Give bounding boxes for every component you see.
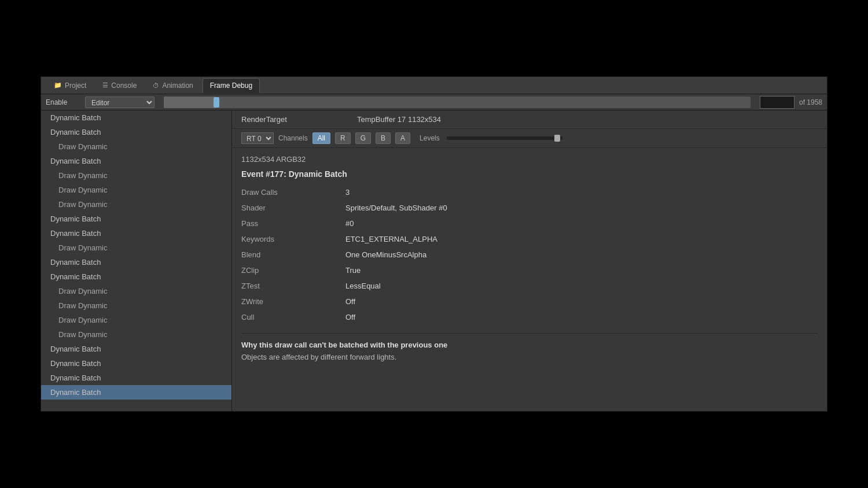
info-key-drawcalls: Draw Calls — [241, 187, 345, 198]
render-target-header: RenderTarget TempBuffer 17 1132x534 — [232, 110, 827, 129]
list-item[interactable]: Draw Dynamic — [41, 284, 231, 298]
channel-btn-g[interactable]: G — [355, 132, 371, 144]
tab-console-label: Console — [111, 82, 137, 90]
info-key-zclip: ZClip — [241, 265, 345, 276]
list-item[interactable]: Draw Dynamic — [41, 241, 231, 255]
warning-section: Why this draw call can't be batched with… — [241, 333, 818, 361]
info-val-blend: One OneMinusSrcAlpha — [345, 249, 818, 260]
render-target-label: RenderTarget — [241, 115, 357, 124]
outer-wrapper: 📁 Project ☰ Console ⏱ Animation Frame De… — [0, 0, 868, 488]
frame-input[interactable]: 177 — [760, 96, 795, 109]
channel-btn-r[interactable]: R — [335, 132, 351, 144]
tab-project-label: Project — [65, 82, 86, 90]
info-val-drawcalls: 3 — [345, 187, 818, 198]
list-item[interactable]: Draw Dynamic — [41, 313, 231, 327]
tab-bar: 📁 Project ☰ Console ⏱ Animation Frame De… — [41, 77, 827, 94]
list-item[interactable]: Draw Dynamic — [41, 168, 231, 183]
list-item-selected[interactable]: Dynamic Batch — [41, 385, 231, 400]
info-val-cull: Off — [345, 312, 818, 323]
info-section: 1132x534 ARGB32 Event #177: Dynamic Batc… — [232, 148, 827, 411]
channel-controls: RT 0 Channels All R G B A Levels — [232, 129, 827, 148]
info-key-cull: Cull — [241, 312, 345, 323]
tab-console[interactable]: ☰ Console — [95, 78, 144, 93]
toolbar: Enable Editor 177 of 1958 — [41, 94, 827, 110]
list-item[interactable]: Draw Dynamic — [41, 327, 231, 342]
info-key-ztest: ZTest — [241, 280, 345, 291]
timeline-container[interactable] — [164, 97, 751, 108]
info-val-zwrite: Off — [345, 296, 818, 307]
list-item[interactable]: Dynamic Batch — [41, 269, 231, 284]
event-title: Event #177: Dynamic Batch — [241, 169, 818, 179]
warning-title: Why this draw call can't be batched with… — [241, 341, 818, 349]
channel-btn-a[interactable]: A — [395, 132, 410, 144]
list-item[interactable]: Dynamic Batch — [41, 212, 231, 226]
editor-window: 📁 Project ☰ Console ⏱ Animation Frame De… — [41, 76, 827, 412]
channel-btn-all[interactable]: All — [312, 132, 330, 144]
list-item[interactable]: Draw Dynamic — [41, 298, 231, 313]
info-key-pass: Pass — [241, 218, 345, 229]
timeline-thumb[interactable] — [214, 97, 219, 108]
list-item[interactable]: Dynamic Batch — [41, 110, 231, 125]
warning-text: Objects are affected by different forwar… — [241, 353, 818, 361]
render-target-value: TempBuffer 17 1132x534 — [357, 115, 441, 124]
list-item[interactable]: Dynamic Batch — [41, 154, 231, 168]
tab-framedebug[interactable]: Frame Debug — [203, 78, 260, 93]
info-key-shader: Shader — [241, 202, 345, 213]
info-val-pass: #0 — [345, 218, 818, 229]
info-val-zclip: True — [345, 265, 818, 276]
list-item[interactable]: Dynamic Batch — [41, 226, 231, 241]
list-item[interactable]: Draw Dynamic — [41, 139, 231, 154]
info-val-ztest: LessEqual — [345, 280, 818, 291]
enable-label: Enable — [46, 98, 80, 106]
list-item[interactable]: Dynamic Batch — [41, 342, 231, 356]
levels-slider[interactable] — [447, 136, 562, 140]
rt-selector: RT 0 — [241, 132, 274, 144]
main-content: Dynamic Batch Dynamic Batch Draw Dynamic… — [41, 110, 827, 411]
levels-label: Levels — [420, 134, 440, 142]
channels-label: Channels — [278, 134, 308, 142]
animation-icon: ⏱ — [153, 82, 159, 89]
info-key-keywords: Keywords — [241, 234, 345, 245]
console-icon: ☰ — [102, 82, 108, 89]
editor-select[interactable]: Editor — [85, 97, 155, 108]
list-item[interactable]: Dynamic Batch — [41, 125, 231, 139]
channel-btn-b[interactable]: B — [376, 132, 391, 144]
list-item[interactable]: Dynamic Batch — [41, 255, 231, 269]
list-item[interactable]: Draw Dynamic — [41, 183, 231, 197]
info-val-shader: Sprites/Default, SubShader #0 — [345, 202, 818, 213]
list-item[interactable]: Draw Dynamic — [41, 197, 231, 212]
list-item[interactable]: Dynamic Batch — [41, 356, 231, 371]
info-val-keywords: ETC1_EXTERNAL_ALPHA — [345, 234, 818, 245]
info-key-blend: Blend — [241, 249, 345, 260]
list-item[interactable]: Dynamic Batch — [41, 371, 231, 385]
tab-animation[interactable]: ⏱ Animation — [146, 78, 200, 93]
levels-thumb[interactable] — [554, 135, 560, 142]
rt-dropdown[interactable]: RT 0 — [241, 132, 274, 144]
tab-framedebug-label: Frame Debug — [210, 82, 252, 90]
info-key-zwrite: ZWrite — [241, 296, 345, 307]
info-table: Draw Calls 3 Shader Sprites/Default, Sub… — [241, 187, 818, 323]
frame-total: of 1958 — [799, 98, 822, 106]
right-panel: RenderTarget TempBuffer 17 1132x534 RT 0… — [232, 110, 827, 411]
event-list[interactable]: Dynamic Batch Dynamic Batch Draw Dynamic… — [41, 110, 232, 411]
tab-project[interactable]: 📁 Project — [47, 78, 93, 93]
timeline-fill — [164, 97, 216, 108]
resolution-line: 1132x534 ARGB32 — [241, 155, 818, 164]
project-icon: 📁 — [54, 82, 62, 89]
tab-animation-label: Animation — [162, 82, 193, 90]
